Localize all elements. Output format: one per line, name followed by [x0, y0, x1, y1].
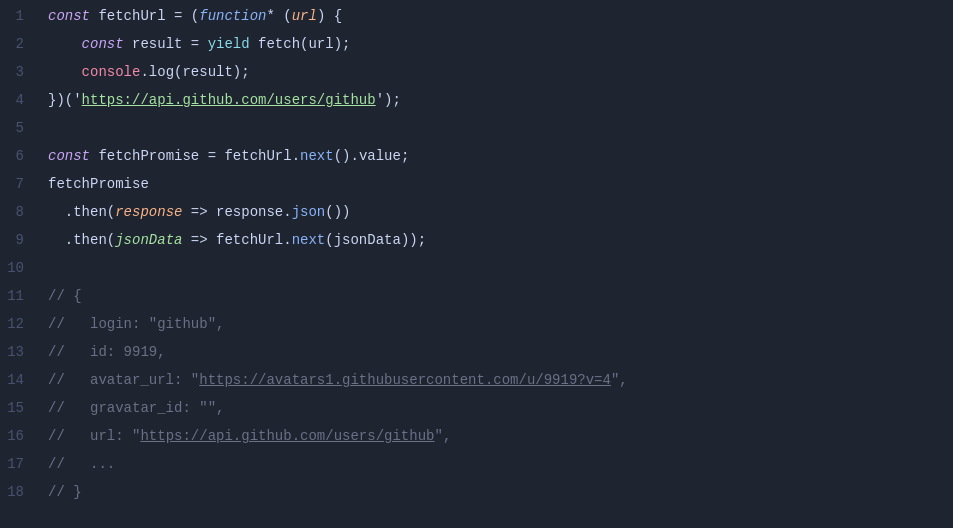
line-number: 3 — [0, 58, 40, 86]
line-content: // url: "https://api.github.com/users/gi… — [40, 422, 953, 450]
line-content: const result = yield fetch(url); — [40, 30, 953, 58]
code-line: 11// { — [0, 282, 953, 310]
line-number: 5 — [0, 114, 40, 142]
line-number: 17 — [0, 450, 40, 478]
line-content: // avatar_url: "https://avatars1.githubu… — [40, 366, 953, 394]
token: // { — [48, 288, 82, 304]
token: function — [199, 8, 266, 24]
token: // id: 9919, — [48, 344, 166, 360]
token: ().value; — [334, 148, 410, 164]
code-line: 15// gravatar_id: "", — [0, 394, 953, 422]
token: ", — [611, 372, 628, 388]
code-line: 7fetchPromise — [0, 170, 953, 198]
code-editor: 1const fetchUrl = (function* (url) {2 co… — [0, 0, 953, 528]
code-line: 18// } — [0, 478, 953, 506]
token: fetchUrl = ( — [90, 8, 199, 24]
code-line: 16// url: "https://api.github.com/users/… — [0, 422, 953, 450]
line-number: 8 — [0, 198, 40, 226]
line-content — [40, 254, 953, 282]
token: jsonData — [115, 232, 182, 248]
line-number: 12 — [0, 310, 40, 338]
line-number: 15 — [0, 394, 40, 422]
code-line: 5 — [0, 114, 953, 142]
token: next — [292, 232, 326, 248]
token: * — [266, 8, 274, 24]
code-line: 8 .then(response => response.json()) — [0, 198, 953, 226]
line-content: console.log(result); — [40, 58, 953, 86]
token: const — [82, 36, 124, 52]
line-number: 14 — [0, 366, 40, 394]
code-line: 14// avatar_url: "https://avatars1.githu… — [0, 366, 953, 394]
line-content: .then(response => response.json()) — [40, 198, 953, 226]
code-line: 3 console.log(result); — [0, 58, 953, 86]
token: https://api.github.com/users/github — [82, 92, 376, 108]
line-content: // gravatar_id: "", — [40, 394, 953, 422]
line-number: 2 — [0, 30, 40, 58]
line-content: // id: 9919, — [40, 338, 953, 366]
token: => fetchUrl. — [182, 232, 291, 248]
line-content: // } — [40, 478, 953, 506]
line-content: fetchPromise — [40, 170, 953, 198]
code-lines: 1const fetchUrl = (function* (url) {2 co… — [0, 0, 953, 506]
token: fetchPromise = fetchUrl. — [90, 148, 300, 164]
token: => response. — [182, 204, 291, 220]
line-content: })('https://api.github.com/users/github'… — [40, 86, 953, 114]
line-content: const fetchPromise = fetchUrl.next().val… — [40, 142, 953, 170]
line-number: 18 — [0, 478, 40, 506]
line-content: const fetchUrl = (function* (url) { — [40, 2, 953, 30]
token: // avatar_url: " — [48, 372, 199, 388]
line-number: 13 — [0, 338, 40, 366]
code-line: 13// id: 9919, — [0, 338, 953, 366]
code-line: 10 — [0, 254, 953, 282]
token: ) { — [317, 8, 342, 24]
code-line: 9 .then(jsonData => fetchUrl.next(jsonDa… — [0, 226, 953, 254]
line-content: // { — [40, 282, 953, 310]
line-number: 1 — [0, 2, 40, 30]
code-line: 1const fetchUrl = (function* (url) { — [0, 2, 953, 30]
code-line: 2 const result = yield fetch(url); — [0, 30, 953, 58]
token: https://avatars1.githubusercontent.com/u… — [199, 372, 611, 388]
token: // login: "github", — [48, 316, 224, 332]
token: (jsonData)); — [325, 232, 426, 248]
token: '); — [376, 92, 401, 108]
token: console — [82, 64, 141, 80]
line-content: // login: "github", — [40, 310, 953, 338]
token — [48, 36, 82, 52]
token: yield — [208, 36, 250, 52]
token: fetch(url); — [250, 36, 351, 52]
code-line: 17// ... — [0, 450, 953, 478]
token: fetchPromise — [48, 176, 149, 192]
token: // } — [48, 484, 82, 500]
code-line: 6const fetchPromise = fetchUrl.next().va… — [0, 142, 953, 170]
line-content: .then(jsonData => fetchUrl.next(jsonData… — [40, 226, 953, 254]
line-number: 9 — [0, 226, 40, 254]
token: response — [115, 204, 182, 220]
token: // url: " — [48, 428, 140, 444]
token: result = — [124, 36, 208, 52]
token: json — [292, 204, 326, 220]
token: // ... — [48, 456, 115, 472]
line-number: 16 — [0, 422, 40, 450]
token: ", — [434, 428, 451, 444]
line-content: // ... — [40, 450, 953, 478]
token: next — [300, 148, 334, 164]
line-number: 7 — [0, 170, 40, 198]
code-line: 12// login: "github", — [0, 310, 953, 338]
token: .then( — [48, 232, 115, 248]
token: url — [292, 8, 317, 24]
token: ( — [275, 8, 292, 24]
code-line: 4})('https://api.github.com/users/github… — [0, 86, 953, 114]
token: .log(result); — [140, 64, 249, 80]
token: const — [48, 8, 90, 24]
line-number: 6 — [0, 142, 40, 170]
token — [48, 64, 82, 80]
token: // gravatar_id: "", — [48, 400, 224, 416]
line-content — [40, 114, 953, 142]
token: https://api.github.com/users/github — [140, 428, 434, 444]
token: .then( — [48, 204, 115, 220]
line-number: 10 — [0, 254, 40, 282]
line-number: 11 — [0, 282, 40, 310]
line-number: 4 — [0, 86, 40, 114]
token: const — [48, 148, 90, 164]
token: ()) — [325, 204, 350, 220]
